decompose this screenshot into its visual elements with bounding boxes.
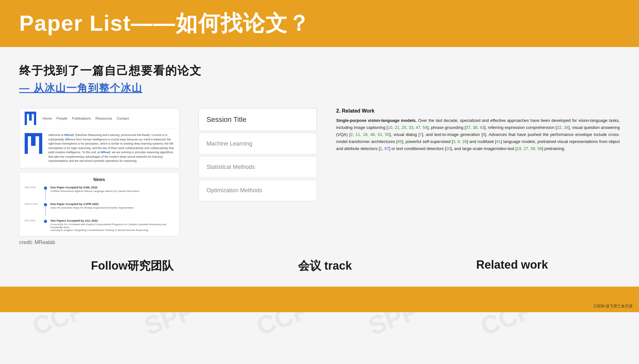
lab-card-body: Welcome to MRead, (Machine Reasoning and… [20, 129, 179, 168]
lab-description: Welcome to MRead, (Machine Reasoning and… [48, 133, 174, 163]
session-label-0: Machine Learning [206, 140, 252, 147]
nav-home[interactable]: Home [43, 116, 52, 120]
news-content-3: Two Papers Accepted by ACL 2022 Cross-KQ… [50, 219, 174, 232]
subtitle-line1: 终于找到了一篇自己想要看的论文 [19, 63, 620, 79]
page-header: Paper List——如何找论文？ [0, 0, 639, 47]
news-content-2: One Paper Accepted by CVPR 2022 Class Re… [50, 202, 174, 216]
news-dot-2 [44, 203, 47, 206]
svg-rect-7 [39, 133, 42, 154]
subtitle-block: 终于找到了一篇自己想要看的论文 — 从冰山一角到整个冰山 [19, 63, 620, 95]
bottom-label-conference: 会议 track [298, 258, 352, 274]
bottom-label-related: Related work [476, 258, 548, 274]
news-item-2: March 2022 One Paper Accepted by CVPR 20… [25, 202, 174, 216]
session-title-card: Session Title [198, 108, 317, 131]
bottom-label-follow: Follow研究团队 [91, 258, 174, 274]
session-label-2: Optimization Methods [206, 187, 262, 194]
lab-header-card: Home People Publications Resources Conta… [19, 108, 179, 168]
related-work-text: Single-purpose vision-language models. O… [336, 117, 620, 152]
news-dot-1 [44, 186, 47, 190]
lab-nav: Home People Publications Resources Conta… [43, 116, 129, 120]
nav-people[interactable]: People [56, 116, 67, 120]
bottom-labels: Follow研究团队 会议 track Related work [19, 258, 620, 274]
mrealab-logo-icon [25, 112, 36, 125]
mrealab-logo-large-icon [25, 133, 42, 154]
lab-logo [25, 133, 44, 163]
news-dot-3 [44, 220, 47, 223]
news-sub-2: Class Re-Activation Maps for Weakly Supe… [50, 206, 174, 209]
nav-contact[interactable]: Contact [117, 116, 129, 120]
news-title: News [25, 177, 174, 182]
columns-container: Home People Publications Resources Conta… [19, 108, 620, 245]
news-header-3: Two Papers Accepted by ACL 2022 [50, 219, 174, 222]
session-item-statistical-methods[interactable]: Statistical Methods [198, 156, 317, 178]
news-sub-3b: Learning to Imagine: Integrating Counter… [50, 229, 174, 232]
news-item-3: Feb 2022 Two Papers Accepted by ACL 2022… [25, 219, 174, 232]
session-title-text: Session Title [206, 115, 247, 123]
news-header-2: One Paper Accepted by CVPR 2022 [50, 202, 174, 206]
session-item-machine-learning[interactable]: Machine Learning [198, 133, 317, 154]
news-sub-3a: Cross-KQA Pro: A Dataset with Explicit C… [50, 223, 174, 229]
lab-card-header: Home People Publications Resources Conta… [20, 108, 179, 129]
news-item-1: May 2022 One Paper Accepted by ICML 2022… [25, 186, 174, 199]
session-item-optimization-methods[interactable]: Optimization Methods [198, 180, 317, 201]
col-session: Session Title Machine Learning Statistic… [198, 108, 317, 203]
news-date-3: Feb 2022 [25, 219, 41, 232]
nav-publications[interactable]: Publications [72, 116, 91, 120]
news-content-1: One Paper Accepted by ICML 2022 Certifie… [50, 186, 174, 199]
credit-text: credit: MRealab [19, 240, 179, 245]
news-date-1: May 2022 [25, 186, 41, 199]
subtitle-line2: — 从冰山一角到整个冰山 [19, 81, 620, 95]
related-work-title: 2. Related Work [336, 108, 620, 114]
news-date-2: March 2022 [25, 202, 41, 216]
col-lab: Home People Publications Resources Conta… [19, 108, 179, 245]
session-label-1: Statistical Methods [206, 164, 255, 170]
news-header-1: One Paper Accepted by ICML 2022 [50, 186, 174, 189]
page-footer: CSDN @飞哥亡命天涯 [0, 287, 639, 312]
lab-news-card: News May 2022 One Paper Accepted by ICML… [19, 172, 179, 236]
col-related: 2. Related Work Single-purpose vision-la… [336, 108, 620, 152]
page-title: Paper List——如何找论文？ [19, 9, 620, 38]
nav-resources[interactable]: Resources [95, 116, 112, 120]
main-content: 终于找到了一篇自己想要看的论文 — 从冰山一角到整个冰山 Ho [0, 47, 639, 287]
footer-credit: CSDN @飞哥亡命天涯 [594, 304, 633, 309]
news-timeline: May 2022 One Paper Accepted by ICML 2022… [25, 186, 174, 232]
news-sub-1: Certified Robustness Against Natural Lan… [50, 190, 174, 193]
svg-rect-8 [31, 133, 36, 146]
